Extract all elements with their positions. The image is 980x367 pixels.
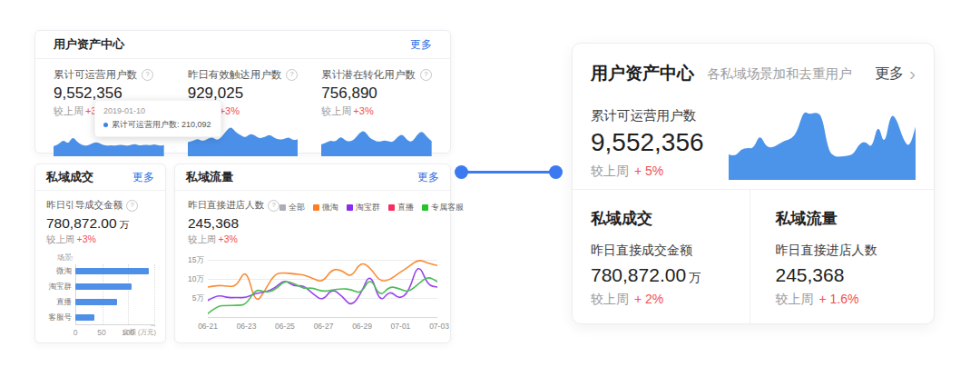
asset-detail-card: 用户资产中心 各私域场景加和去重用户 更多 › 累计可运营用户数 9,552,3… [572,43,935,324]
legend-item-zhibo[interactable]: 直播 [388,202,414,213]
sub-metrics-row: 私域成交 昨日直接成交金额 780,872.00万 较上周 + 2% 私域流量 … [573,189,934,323]
legend-item-all[interactable]: 全部 [279,202,305,213]
tooltip-value: 累计可运营用户数: 210,092 [112,119,211,131]
card-title: 私域成交 [46,169,93,185]
dashboard-canvas: 用户资产中心 更多 累计可运营用户数 ? 9,552,356 较上周+3% 昨日… [0,0,980,367]
metric-direct-visitors: 昨日直接进店人数 ? 245,368 较上周+3% [188,199,279,246]
unit-label: 万 [120,219,130,230]
legend-chip-icon [313,204,319,211]
help-icon[interactable]: ? [126,200,138,212]
y-tick-label: 5万 [192,293,204,303]
x-tick-label: 06-23 [237,322,257,331]
x-tick-label: 07-01 [391,322,411,331]
bar-track [75,283,154,290]
x-tick-label: 0 [74,328,78,337]
bar-track [75,268,154,274]
metric-delta: 较上周+3% [46,233,154,246]
metric-value: 245,368 [188,215,279,232]
legend-chip-icon [279,204,286,211]
section-private-traffic: 私域流量 昨日直接进店人数 245,368 较上周 + 1.6% [750,190,935,323]
bar[interactable] [75,314,94,321]
bar-category-label: 直播 [46,297,72,308]
y-axis-title: 场景 [46,253,72,263]
metric-label: 昨日有效触达用户数 [188,68,282,82]
help-icon[interactable]: ? [420,69,432,81]
metric-value: 780,872.00万 [46,215,154,232]
card-title: 私域流量 [186,169,233,185]
asset-area-chart[interactable] [729,107,916,180]
more-link[interactable]: 更多 [410,37,432,53]
help-icon[interactable]: ? [142,69,153,81]
metric-label: 累计可运营用户数 [591,107,725,124]
gridline [154,264,155,324]
main-metric-section: 累计可运营用户数 9,552,356 较上周 + 5% [573,85,934,180]
metric-label: 昨日直接进店人数 [188,199,264,212]
chevron-right-icon: › [909,67,916,80]
bar-category-label: 淘宝群 [46,282,72,293]
metric-label: 昨日直接成交金额 [591,243,731,259]
metric-delta: 较上周 + 1.6% [776,292,916,308]
plot-area[interactable] [208,252,437,318]
x-tick-label: 06-29 [352,322,372,331]
card-title: 用户资产中心 [54,36,124,53]
bar-plot: ↑→微淘淘宝群直播客服号 [46,263,154,325]
section-title: 私域成交 [591,208,731,229]
card-title: 用户资产中心 [591,62,694,85]
x-tick-label: 07-03 [429,322,449,331]
x-tick-label: 06-21 [198,322,218,331]
private-deal-card: 私域成交 更多 昨日引导成交金额 ? 780,872.00万 较上周+3% 场景… [34,164,166,343]
bar[interactable] [75,299,117,305]
card-subtitle: 各私域场景加和去重用户 [707,65,875,83]
metric-label: 累计可运营用户数 [54,68,137,82]
metric-value: 245,368 [776,264,916,286]
metric-delta: 较上周 + 5% [591,164,725,180]
metric-value: 780,872.00万 [591,264,731,286]
private-traffic-card: 私域流量 更多 昨日直接进店人数 ? 245,368 较上周+3% 全部 微淘 [174,164,451,343]
traffic-line-chart[interactable]: 15万10万5万06-2106-2306-2506-2706-2907-0107… [188,252,437,332]
line-chart-body: 15万10万5万 [188,252,437,318]
legend-item-weitao[interactable]: 微淘 [313,202,338,213]
legend-item-taobaoqun[interactable]: 淘宝群 [347,202,380,213]
metric-delta: 较上周+3% [321,104,432,118]
card-header: 用户资产中心 更多 [35,31,450,59]
bar-track [75,314,154,321]
metric-potential-users: 累计潜在转化用户数 ? 756,890 较上周+3% [321,67,432,156]
connector-line [461,171,555,174]
more-link[interactable]: 更多 [417,170,439,185]
metric-value: 756,890 [321,84,432,103]
legend-item-kefu[interactable]: 专属客服 [422,202,464,213]
card-header: 私域流量 更多 [175,164,450,191]
y-tick-label: 15万 [188,255,204,264]
bar[interactable] [75,268,149,274]
bar-row: 客服号 [46,310,154,325]
chart-legend: 全部 微淘 淘宝群 直播 专属客服 [279,202,464,213]
legend-chip-icon [422,204,428,211]
sparkline-chart[interactable] [321,123,432,156]
x-axis-labels: 06-2106-2306-2506-2706-2907-0107-03 [208,318,439,332]
connector-dot-right [549,165,563,179]
x-tick-label: 50 [97,328,105,337]
y-axis-labels: 15万10万5万 [188,252,208,318]
section-private-deal: 私域成交 昨日直接成交金额 780,872.00万 较上周 + 2% [573,190,750,323]
metric-label: 昨日直接进店人数 [776,243,916,259]
help-icon[interactable]: ? [268,200,279,212]
more-link[interactable]: 更多 [132,170,154,185]
legend-chip-icon [388,204,395,211]
metric-label: 累计潜在转化用户数 [321,68,416,82]
y-tick-label: 10万 [188,274,204,283]
bar-category-label: 微淘 [46,266,72,277]
x-axis-labels: 050100金额 (万元) [75,325,154,338]
section-title: 私域流量 [776,208,916,229]
help-icon[interactable]: ? [286,69,298,81]
deal-bar-chart[interactable]: 场景↑→微淘淘宝群直播客服号050100金额 (万元) [46,253,154,338]
bar-row: 直播 [46,294,154,310]
bar[interactable] [75,283,132,290]
metric-value: 9,552,356 [591,128,725,157]
series-dot-icon [103,123,108,127]
y-axis-arrow-icon: ↑ [70,254,74,263]
metric-operable-users: 累计可运营用户数 9,552,356 较上周 + 5% [591,107,725,180]
more-link[interactable]: 更多 › [875,64,916,84]
chart-tooltip: 2019-01-10 累计可运营用户数: 210,092 [94,100,221,137]
x-axis-title: 金额 (万元) [122,328,156,337]
bar-row: 淘宝群 [46,279,154,294]
